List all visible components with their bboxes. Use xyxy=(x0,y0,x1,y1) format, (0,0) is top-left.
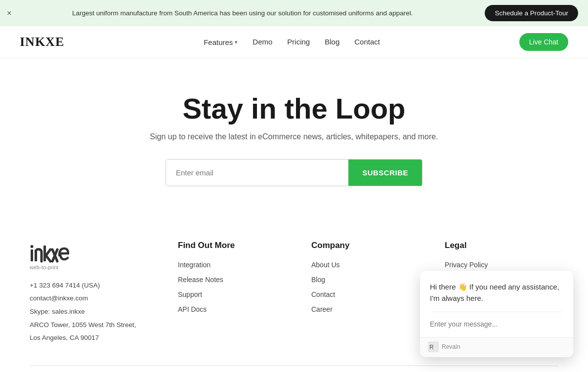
nav-link-pricing[interactable]: Pricing xyxy=(287,38,310,46)
list-item: Career xyxy=(311,305,425,314)
list-item: Contact xyxy=(311,290,425,299)
chat-widget: Hi there 👋 If you need any assistance, I… xyxy=(420,271,573,357)
navbar: INKXE Features ▾ Demo Pricing Blog Conta… xyxy=(0,26,588,58)
navbar-logo[interactable]: INKXE xyxy=(20,35,64,49)
hero-title: Stay in the Loop xyxy=(10,93,578,124)
footer-link-privacy-policy[interactable]: Privacy Policy xyxy=(445,261,488,269)
svg-rect-0 xyxy=(31,249,33,261)
footer-link-blog[interactable]: Blog xyxy=(311,276,325,284)
chat-body: Hi there 👋 If you need any assistance, I… xyxy=(420,271,573,337)
footer-col-company: Company About Us Blog Contact Career xyxy=(311,241,425,346)
footer-link-contact[interactable]: Contact xyxy=(311,290,335,298)
svg-line-5 xyxy=(46,255,50,261)
nav-item-pricing[interactable]: Pricing xyxy=(287,38,310,46)
footer-address-line2: Los Angeles, CA 90017 xyxy=(30,332,158,343)
revain-icon: R xyxy=(428,341,439,352)
svg-text:R: R xyxy=(429,344,434,351)
chevron-down-icon: ▾ xyxy=(235,39,238,45)
live-chat-button[interactable]: Live Chat xyxy=(519,33,568,51)
nav-link-demo[interactable]: Demo xyxy=(252,38,272,46)
nav-link-contact[interactable]: Contact xyxy=(354,38,380,46)
nav-item-contact[interactable]: Contact xyxy=(354,38,380,46)
nav-item-features[interactable]: Features ▾ xyxy=(204,38,238,46)
footer-divider xyxy=(30,366,558,366)
footer-logo-tagline: web-to-print xyxy=(30,264,58,270)
chat-powered-by: R Revain xyxy=(428,341,460,352)
footer-email: contact@inkxe.com xyxy=(30,293,158,304)
footer-link-release-notes[interactable]: Release Notes xyxy=(178,276,223,284)
list-item: API Docs xyxy=(178,305,292,314)
list-item: Integration xyxy=(178,260,292,269)
footer-phone: +1 323 694 7414 (USA) xyxy=(30,280,158,291)
nav-link-features[interactable]: Features ▾ xyxy=(204,38,238,46)
hero-section: Stay in the Loop Sign up to receive the … xyxy=(0,58,588,216)
footer-links-find-out-more: Integration Release Notes Support API Do… xyxy=(178,260,292,314)
revain-label: Revain xyxy=(442,343,460,350)
footer-col-title-legal: Legal xyxy=(445,241,558,250)
hero-subtitle: Sign up to receive the latest in eCommer… xyxy=(10,132,578,141)
announcement-text: Largest uniform manufacture from South A… xyxy=(10,9,475,17)
nav-item-demo[interactable]: Demo xyxy=(252,38,272,46)
nav-link-blog[interactable]: Blog xyxy=(325,38,339,46)
footer-address-line1: ARCO Tower, 1055 West 7th Street, xyxy=(30,320,158,331)
list-item: Support xyxy=(178,290,292,299)
footer-links-company: About Us Blog Contact Career xyxy=(311,260,425,314)
list-item: Blog xyxy=(311,275,425,284)
chat-message-input[interactable] xyxy=(430,318,563,330)
svg-point-1 xyxy=(31,245,34,248)
svg-rect-2 xyxy=(35,249,37,261)
svg-rect-3 xyxy=(43,246,46,261)
list-item: About Us xyxy=(311,260,425,269)
footer-logo-section: web-to-print +1 323 694 7414 (USA) conta… xyxy=(30,241,158,346)
subscribe-form: SUBSCRIBE xyxy=(166,159,422,186)
footer-logo: web-to-print xyxy=(30,241,158,270)
revain-logo-icon: R xyxy=(428,341,439,352)
footer-col-find-out-more: Find Out More Integration Release Notes … xyxy=(178,241,292,346)
footer-link-career[interactable]: Career xyxy=(311,305,333,313)
announcement-bar: × Largest uniform manufacture from South… xyxy=(0,0,588,26)
footer-col-title-company: Company xyxy=(311,241,425,250)
announcement-close-button[interactable]: × xyxy=(7,9,11,17)
subscribe-button[interactable]: SUBSCRIBE xyxy=(348,160,422,186)
chat-divider xyxy=(430,312,563,312)
list-item: Release Notes xyxy=(178,275,292,284)
chat-greeting: Hi there 👋 If you need any assistance, I… xyxy=(430,282,563,304)
footer-logo-svg xyxy=(30,241,69,266)
email-input[interactable] xyxy=(166,160,348,186)
footer-link-integration[interactable]: Integration xyxy=(178,261,210,269)
schedule-tour-button[interactable]: Schedule a Product-Tour xyxy=(485,5,578,21)
footer-skype: Skype: sales.inkxe xyxy=(30,306,158,317)
chat-footer: R Revain xyxy=(420,337,573,357)
nav-item-blog[interactable]: Blog xyxy=(325,38,339,46)
footer-link-api-docs[interactable]: API Docs xyxy=(178,305,207,313)
footer-link-support[interactable]: Support xyxy=(178,290,202,298)
nav-links: Features ▾ Demo Pricing Blog Contact xyxy=(204,38,380,46)
footer-col-title-find-out-more: Find Out More xyxy=(178,241,292,250)
list-item: Privacy Policy xyxy=(445,260,558,269)
footer-link-about-us[interactable]: About Us xyxy=(311,261,340,269)
